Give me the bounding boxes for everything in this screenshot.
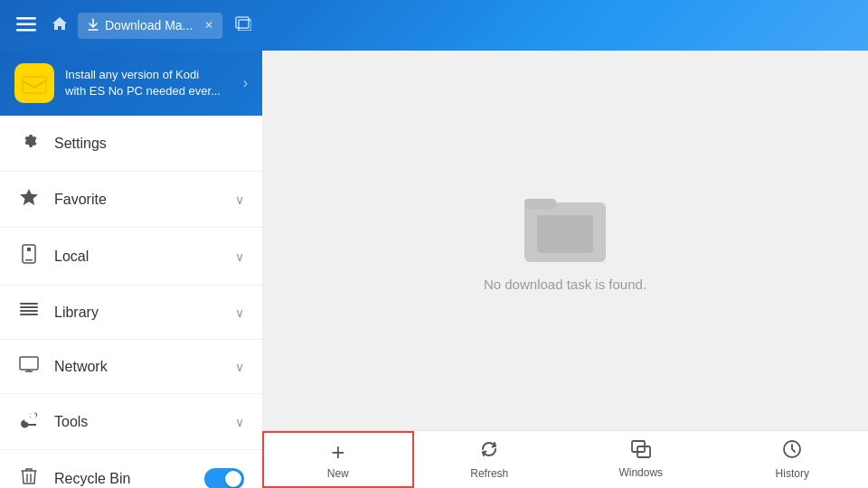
svg-rect-12 <box>20 303 38 305</box>
download-tab[interactable]: Download Ma... ✕ <box>78 13 222 39</box>
local-icon <box>18 244 40 268</box>
ad-line2: with ES No PC needed ever... <box>65 83 232 99</box>
svg-rect-7 <box>25 259 33 261</box>
svg-rect-9 <box>20 306 38 308</box>
tools-label: Tools <box>54 414 221 430</box>
tab-label: Download Ma... <box>105 18 199 33</box>
history-icon <box>782 439 802 464</box>
library-icon <box>18 302 40 323</box>
sidebar: Install any version of Kodi with ES No P… <box>0 51 262 488</box>
tools-icon <box>18 410 40 433</box>
svg-rect-0 <box>16 17 36 20</box>
svg-rect-8 <box>27 248 31 251</box>
favorite-label: Favorite <box>54 192 221 208</box>
library-label: Library <box>54 305 221 321</box>
network-chevron-icon: ∨ <box>235 360 244 374</box>
svg-rect-16 <box>537 215 593 253</box>
svg-rect-10 <box>20 310 38 312</box>
download-arrow-icon <box>87 18 99 33</box>
windows-icon <box>631 440 651 463</box>
library-chevron-icon: ∨ <box>235 305 244 320</box>
history-label: History <box>776 467 809 480</box>
windows-label: Windows <box>618 466 663 479</box>
bottom-bar: + New Refresh <box>262 430 868 488</box>
svg-rect-3 <box>236 17 249 28</box>
favorite-icon <box>18 188 40 211</box>
sidebar-item-tools[interactable]: Tools ∨ <box>0 394 262 450</box>
sidebar-item-favorite[interactable]: Favorite ∨ <box>0 172 262 228</box>
ad-banner[interactable]: Install any version of Kodi with ES No P… <box>0 51 262 116</box>
network-label: Network <box>54 359 221 375</box>
sidebar-item-network[interactable]: Network ∨ <box>0 340 262 394</box>
recycle-bin-icon <box>18 466 40 488</box>
home-icon[interactable] <box>51 15 69 35</box>
sidebar-item-recycle-bin[interactable]: Recycle Bin <box>0 450 262 488</box>
history-button[interactable]: History <box>717 431 869 488</box>
empty-message: No download task is found. <box>484 277 646 292</box>
recycle-bin-label: Recycle Bin <box>54 471 190 487</box>
ad-chevron-icon: › <box>243 75 248 91</box>
window-icon[interactable] <box>235 16 251 34</box>
settings-icon <box>18 132 40 155</box>
new-plus-icon: + <box>331 440 344 464</box>
local-label: Local <box>54 249 221 265</box>
ad-text: Install any version of Kodi with ES No P… <box>65 67 232 99</box>
tab-close-icon[interactable]: ✕ <box>204 19 213 32</box>
sidebar-item-settings[interactable]: Settings <box>0 116 262 172</box>
local-chevron-icon: ∨ <box>235 249 244 264</box>
header: Download Ma... ✕ <box>0 0 868 51</box>
tools-chevron-icon: ∨ <box>235 415 244 429</box>
ad-line1: Install any version of Kodi <box>65 67 232 83</box>
favorite-chevron-icon: ∨ <box>235 192 244 207</box>
menu-icon[interactable] <box>11 10 42 42</box>
svg-rect-5 <box>23 77 46 93</box>
empty-folder-illustration <box>524 190 606 262</box>
new-label: New <box>327 467 349 480</box>
windows-button[interactable]: Windows <box>565 431 717 488</box>
content-area: No download task is found. + New <box>262 51 868 488</box>
recycle-bin-toggle[interactable] <box>204 468 244 489</box>
new-button[interactable]: + New <box>262 431 414 488</box>
svg-rect-15 <box>524 199 556 210</box>
svg-rect-1 <box>16 23 36 25</box>
refresh-icon <box>479 439 499 464</box>
refresh-label: Refresh <box>470 467 508 480</box>
svg-rect-4 <box>239 20 251 31</box>
svg-rect-2 <box>16 29 36 32</box>
main-layout: Install any version of Kodi with ES No P… <box>0 51 868 488</box>
network-icon <box>18 356 40 377</box>
refresh-button[interactable]: Refresh <box>414 431 566 488</box>
sidebar-item-local[interactable]: Local ∨ <box>0 228 262 286</box>
svg-rect-13 <box>20 357 38 370</box>
ad-icon <box>14 63 54 103</box>
settings-label: Settings <box>54 136 244 152</box>
content-main: No download task is found. <box>262 51 868 430</box>
sidebar-item-library[interactable]: Library ∨ <box>0 286 262 340</box>
svg-rect-11 <box>20 314 38 315</box>
